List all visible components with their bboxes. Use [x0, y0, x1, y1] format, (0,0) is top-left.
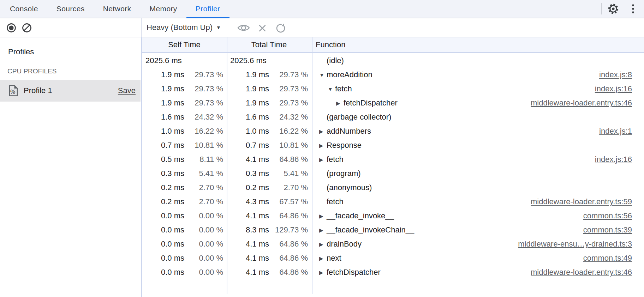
expand-arrow-icon[interactable]: ▶ [319, 256, 327, 261]
total-time-pct: 64.86 % [269, 254, 308, 263]
profile-view-select[interactable]: Heavy (Bottom Up) ▼ [147, 18, 221, 37]
table-row[interactable]: 0.0 ms0.00 %4.1 ms64.86 %▶drainBodymiddl… [142, 237, 644, 251]
table-row[interactable]: 0.3 ms5.41 %0.3 ms5.41 %(program) [142, 166, 644, 181]
focus-eye-icon[interactable] [237, 24, 250, 32]
table-row[interactable]: 1.0 ms16.22 %1.0 ms16.22 %▶addNumbersind… [142, 124, 644, 138]
self-time-pct: 16.22 % [184, 127, 223, 136]
column-header-self-time[interactable]: Self Time [142, 40, 227, 49]
total-time-pct: 64.86 % [269, 211, 308, 220]
self-time-cell: 1.9 ms29.73 % [142, 84, 227, 93]
total-time-pct: 67.57 % [269, 197, 308, 206]
self-time-pct: 0.00 % [184, 211, 223, 220]
self-time-pct [182, 56, 221, 65]
function-cell: ▼moreAdditionindex.js:8 [312, 70, 644, 79]
column-header-total-time[interactable]: Total Time [227, 40, 311, 49]
table-row[interactable]: 2025.6 ms2025.6 ms(idle) [142, 54, 644, 68]
total-time-ms: 4.1 ms [227, 211, 269, 220]
devtools-tab-bar: ConsoleSourcesNetworkMemoryProfiler [0, 0, 644, 18]
expand-arrow-icon[interactable]: ▶ [319, 213, 327, 219]
table-row[interactable]: 0.0 ms0.00 %4.1 ms64.86 %▶nextcommon.ts:… [142, 251, 644, 265]
total-time-ms: 0.3 ms [227, 169, 269, 178]
tab-sources[interactable]: Sources [47, 0, 94, 18]
source-link[interactable]: index.js:16 [595, 155, 644, 164]
table-row[interactable]: 1.9 ms29.73 %1.9 ms29.73 %▶fetchDispatch… [142, 96, 644, 110]
tab-label: Memory [150, 5, 177, 13]
source-link[interactable]: index.js:8 [599, 70, 644, 79]
expand-arrow-icon[interactable]: ▶ [319, 270, 327, 275]
grid-header: Self Time Total Time Function [142, 37, 644, 53]
expand-arrow-icon[interactable]: ▶ [319, 143, 327, 148]
total-time-pct: 129.73 % [269, 225, 308, 235]
exclude-x-icon[interactable] [258, 24, 267, 32]
total-time-ms: 4.1 ms [227, 240, 269, 249]
table-row[interactable]: 0.0 ms0.00 %4.1 ms64.86 %▶__facade_invok… [142, 209, 644, 223]
settings-gear-icon[interactable] [607, 3, 619, 15]
sidebar-item-profile-1[interactable]: % Profile 1 Save [0, 80, 141, 102]
self-time-ms: 1.9 ms [142, 70, 184, 79]
source-link[interactable]: middleware-loader.entry.ts:46 [531, 268, 644, 277]
function-cell: (anonymous) [312, 183, 644, 192]
tab-profiler[interactable]: Profiler [186, 0, 229, 18]
save-profile-link[interactable]: Save [118, 86, 136, 95]
self-time-cell: 1.9 ms29.73 % [142, 98, 227, 108]
self-time-cell: 0.2 ms2.70 % [142, 183, 227, 192]
function-name: (idle) [327, 56, 344, 65]
function-name: moreAddition [327, 70, 372, 79]
self-time-cell: 0.5 ms8.11 % [142, 155, 227, 164]
function-name: drainBody [327, 240, 362, 249]
source-link[interactable]: middleware-ensu…y-drained.ts:3 [518, 240, 644, 249]
function-cell: fetchmiddleware-loader.entry.ts:59 [312, 197, 644, 206]
table-row[interactable]: 0.2 ms2.70 %4.3 ms67.57 %fetchmiddleware… [142, 195, 644, 209]
restore-refresh-icon[interactable] [275, 23, 286, 34]
source-link[interactable]: common.ts:39 [583, 225, 644, 235]
self-time-pct: 5.41 % [184, 169, 223, 178]
table-row[interactable]: 0.0 ms0.00 %8.3 ms129.73 %▶__facade_invo… [142, 223, 644, 237]
table-row[interactable]: 1.6 ms24.32 %1.6 ms24.32 %(garbage colle… [142, 110, 644, 124]
collapse-arrow-icon[interactable]: ▼ [319, 72, 327, 78]
tab-network[interactable]: Network [94, 0, 141, 18]
table-row[interactable]: 0.5 ms8.11 %4.1 ms64.86 %▶fetchindex.js:… [142, 152, 644, 166]
table-row[interactable]: 0.7 ms10.81 %0.7 ms10.81 %▶Response [142, 138, 644, 152]
function-cell: ▶fetchindex.js:16 [312, 155, 644, 164]
collapse-arrow-icon[interactable]: ▼ [328, 86, 335, 92]
total-time-cell: 4.1 ms64.86 % [227, 240, 312, 249]
function-cell: ▶drainBodymiddleware-ensu…y-drained.ts:3 [312, 240, 644, 249]
function-name: Response [327, 141, 362, 150]
total-time-ms: 1.9 ms [227, 70, 269, 79]
record-icon[interactable] [6, 23, 16, 33]
table-row[interactable]: 1.9 ms29.73 %1.9 ms29.73 %▼moreAdditioni… [142, 68, 644, 82]
function-name: (program) [327, 169, 361, 178]
expand-arrow-icon[interactable]: ▶ [336, 101, 344, 106]
more-options-icon[interactable] [632, 4, 634, 14]
total-time-ms: 4.1 ms [227, 268, 269, 277]
function-name: (garbage collector) [327, 113, 391, 122]
table-row[interactable]: 0.0 ms0.00 %4.1 ms64.86 %▶fetchDispatche… [142, 265, 644, 279]
tab-label: Profiler [196, 5, 220, 13]
tab-memory[interactable]: Memory [141, 0, 186, 18]
clear-profiles-icon[interactable] [22, 23, 32, 33]
source-link[interactable]: index.js:16 [595, 84, 644, 93]
total-time-cell: 4.3 ms67.57 % [227, 197, 312, 206]
function-name: fetch [327, 197, 344, 206]
self-time-cell: 0.0 ms0.00 % [142, 225, 227, 235]
tab-console[interactable]: Console [1, 0, 47, 18]
profile-view-label: Heavy (Bottom Up) [147, 23, 213, 32]
self-time-pct: 2.70 % [184, 183, 223, 192]
total-time-ms: 1.0 ms [227, 127, 269, 136]
expand-arrow-icon[interactable]: ▶ [319, 129, 327, 134]
total-time-cell: 4.1 ms64.86 % [227, 268, 312, 277]
total-time-ms: 4.3 ms [227, 197, 269, 206]
source-link[interactable]: index.js:1 [599, 127, 644, 136]
source-link[interactable]: middleware-loader.entry.ts:59 [531, 197, 644, 206]
source-link[interactable]: middleware-loader.entry.ts:46 [531, 98, 644, 108]
expand-arrow-icon[interactable]: ▶ [319, 228, 327, 233]
table-row[interactable]: 1.9 ms29.73 %1.9 ms29.73 %▼fetchindex.js… [142, 82, 644, 96]
table-row[interactable]: 0.2 ms2.70 %0.2 ms2.70 %(anonymous) [142, 181, 644, 195]
expand-arrow-icon[interactable]: ▶ [319, 157, 327, 162]
tab-label: Sources [56, 5, 85, 13]
total-time-cell: 4.1 ms64.86 % [227, 155, 312, 164]
column-header-function[interactable]: Function [311, 40, 644, 49]
source-link[interactable]: common.ts:49 [583, 254, 644, 263]
source-link[interactable]: common.ts:56 [583, 211, 644, 220]
expand-arrow-icon[interactable]: ▶ [319, 242, 327, 247]
